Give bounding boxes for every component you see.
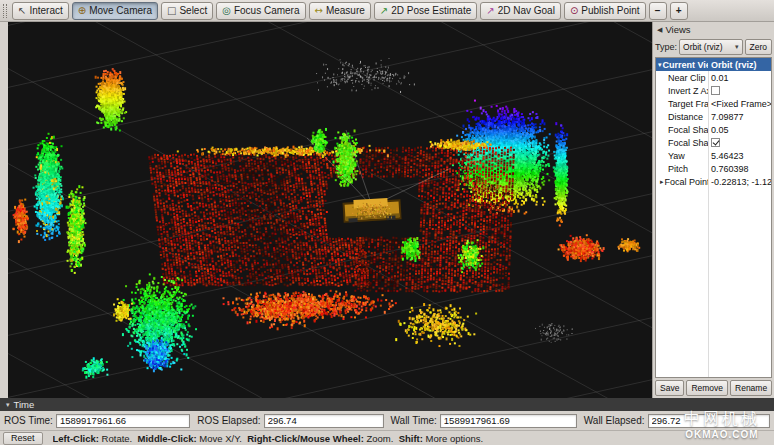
tree-row-current-view[interactable]: ▾ Current View Orbit (rviz)	[656, 58, 771, 71]
help-desc: Move X/Y.	[197, 433, 248, 444]
interact-label: Interact	[29, 5, 62, 16]
property-name: Target Fra...	[668, 99, 708, 109]
ros-elapsed-label: ROS Elapsed:	[197, 415, 260, 426]
property-value: 0.01	[708, 71, 771, 84]
save-view-button[interactable]: Save	[655, 380, 684, 396]
tree-empty-area	[656, 188, 771, 377]
expander-open-icon[interactable]: ▾	[658, 61, 662, 69]
pointcloud-canvas[interactable]	[8, 22, 652, 398]
property-name: Distance	[668, 112, 703, 122]
wall-elapsed-label: Wall Elapsed:	[584, 415, 645, 426]
tree-row-focal-point[interactable]: ▸ Focal Point -0.22813; -1.123...	[656, 175, 771, 188]
tool-interact[interactable]: ↖ Interact	[12, 2, 69, 20]
view-type-dropdown[interactable]: Orbit (rviz) ▾	[679, 39, 743, 55]
property-value: <Fixed Frame>	[708, 97, 771, 110]
wall-elapsed-group: Wall Elapsed:	[584, 414, 770, 428]
property-value: Orbit (rviz)	[708, 58, 771, 71]
ros-elapsed-group: ROS Elapsed:	[197, 414, 383, 428]
reset-button[interactable]: Reset	[3, 432, 43, 445]
wall-time-label: Wall Time:	[391, 415, 437, 426]
view-type-value: Orbit (rviz)	[683, 42, 723, 52]
move-camera-icon: ⊕	[78, 6, 86, 16]
measure-ruler-icon: ↔	[315, 6, 323, 16]
remove-view-button[interactable]: Remove	[686, 380, 728, 396]
wall-time-input[interactable]	[440, 414, 577, 428]
nav-goal-label: 2D Nav Goal	[498, 5, 555, 16]
help-key: Right-Click/Mouse Wheel:	[247, 433, 364, 444]
views-panel-buttons: Save Remove Rename	[653, 378, 774, 398]
views-panel-header[interactable]: ◀ Views	[653, 22, 774, 37]
add-tool-button[interactable]: +	[670, 2, 688, 20]
tree-row-near-clip[interactable]: Near Clip ... 0.01	[656, 71, 771, 84]
pose-estimate-label: 2D Pose Estimate	[391, 5, 471, 16]
time-collapse-icon[interactable]: ▾	[6, 401, 10, 409]
toolbar-grip[interactable]	[3, 4, 7, 18]
views-panel: ◀ Views Type: Orbit (rviz) ▾ Zero ▾ Curr…	[652, 22, 774, 398]
focus-camera-label: Focus Camera	[234, 5, 300, 16]
help-key: Left-Click:	[53, 433, 99, 444]
time-panel-title: Time	[14, 399, 35, 410]
invert-z-axis-checkbox[interactable]	[711, 86, 720, 95]
property-value: 5.46423	[708, 149, 771, 162]
property-name: Yaw	[668, 151, 685, 161]
tool-focus-camera[interactable]: ◎ Focus Camera	[216, 2, 305, 20]
tree-row-yaw[interactable]: Yaw 5.46423	[656, 149, 771, 162]
publish-point-label: Publish Point	[581, 5, 639, 16]
property-name: Focal Shap...	[668, 125, 708, 135]
move-camera-label: Move Camera	[89, 5, 152, 16]
nav-goal-arrow-icon: ↗	[486, 6, 494, 16]
property-name: Current View	[663, 60, 708, 70]
time-panel: ROS Time: ROS Elapsed: Wall Time: Wall E…	[0, 411, 774, 430]
help-desc: More options.	[423, 433, 483, 444]
property-name: Invert Z Axis	[668, 86, 708, 96]
measure-label: Measure	[326, 5, 365, 16]
focus-camera-icon: ◎	[222, 6, 231, 16]
remove-tool-button[interactable]: −	[649, 2, 667, 20]
view-type-row: Type: Orbit (rviz) ▾ Zero	[653, 37, 774, 57]
tree-row-focal-shape-fixed[interactable]: Focal Shap...	[656, 136, 771, 149]
help-key: Shift:	[399, 433, 423, 444]
wall-elapsed-input[interactable]	[648, 414, 770, 428]
tree-row-focal-shape-size[interactable]: Focal Shap... 0.05	[656, 123, 771, 136]
select-box-icon: □	[167, 6, 176, 16]
property-value: -0.22813; -1.123...	[708, 175, 771, 188]
property-name: Focal Shap...	[668, 138, 708, 148]
zero-button[interactable]: Zero	[745, 39, 772, 55]
ros-time-label: ROS Time:	[4, 415, 53, 426]
main-area: ◀ Views Type: Orbit (rviz) ▾ Zero ▾ Curr…	[0, 22, 774, 398]
focal-shape-fixed-checkbox[interactable]	[711, 138, 720, 147]
pose-estimate-arrow-icon: ↗	[380, 6, 388, 16]
views-panel-title: Views	[665, 24, 690, 35]
tool-measure[interactable]: ↔ Measure	[309, 2, 371, 20]
ros-elapsed-input[interactable]	[264, 414, 384, 428]
help-desc: Zoom.	[364, 433, 399, 444]
tool-2d-nav-goal[interactable]: ↗ 2D Nav Goal	[480, 2, 561, 20]
property-value: 7.09877	[708, 110, 771, 123]
help-key: Middle-Click:	[138, 433, 197, 444]
mouse-help-text: Left-Click: Rotate. Middle-Click: Move X…	[53, 433, 484, 444]
property-value: 0.05	[708, 123, 771, 136]
views-property-tree: ▾ Current View Orbit (rviz) Near Clip ..…	[655, 57, 772, 378]
status-bar: Reset Left-Click: Rotate. Middle-Click: …	[0, 430, 774, 445]
tool-select[interactable]: □ Select	[161, 2, 213, 20]
help-desc: Rotate.	[99, 433, 138, 444]
time-panel-header[interactable]: ▾ Time	[0, 398, 774, 411]
panel-collapse-icon[interactable]: ◀	[657, 26, 662, 34]
tree-row-distance[interactable]: Distance 7.09877	[656, 110, 771, 123]
toolbar: ↖ Interact ⊕ Move Camera □ Select ◎ Focu…	[0, 0, 774, 22]
tree-row-invert-z-axis[interactable]: Invert Z Axis	[656, 84, 771, 97]
tool-2d-pose-estimate[interactable]: ↗ 2D Pose Estimate	[374, 2, 477, 20]
ros-time-input[interactable]	[56, 414, 190, 428]
tree-row-target-frame[interactable]: Target Fra... <Fixed Frame>	[656, 97, 771, 110]
rviz-window: ↖ Interact ⊕ Move Camera □ Select ◎ Focu…	[0, 0, 774, 445]
tool-publish-point[interactable]: ⊙ Publish Point	[564, 2, 646, 20]
view-type-label: Type:	[655, 42, 677, 52]
ros-time-group: ROS Time:	[4, 414, 190, 428]
rename-view-button[interactable]: Rename	[730, 380, 772, 396]
tool-move-camera[interactable]: ⊕ Move Camera	[72, 2, 158, 20]
tree-row-pitch[interactable]: Pitch 0.760398	[656, 162, 771, 175]
property-value: 0.760398	[708, 162, 771, 175]
expander-closed-icon[interactable]: ▸	[660, 178, 664, 186]
wall-time-group: Wall Time:	[391, 414, 577, 428]
3d-viewport[interactable]	[8, 22, 652, 398]
